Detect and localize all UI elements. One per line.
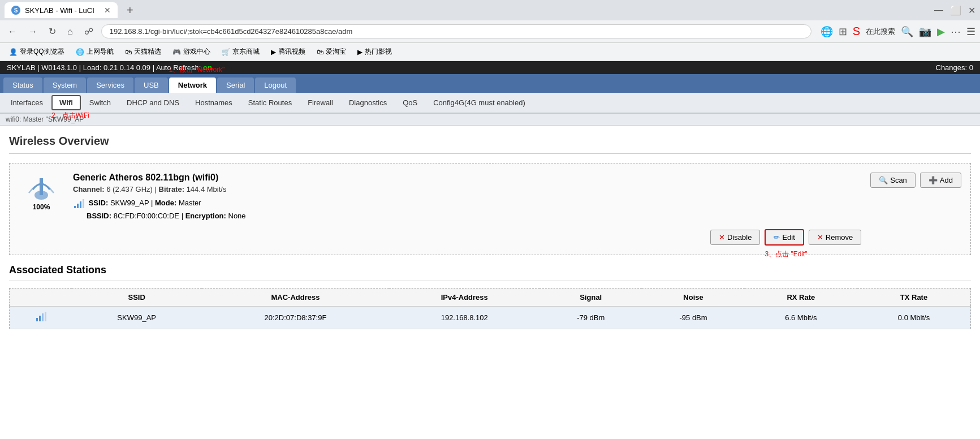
status-separator2: | [79,63,83,72]
bookmark-jd[interactable]: 🛒 京东商城 [217,45,264,58]
add-icon: ➕ [929,176,938,184]
stations-table: SSID MAC-Address IPv4-Address Signal Noi… [9,288,971,329]
device-detail: Channel: 6 (2.437 GHz) | Bitrate: 144.4 … [73,185,861,193]
row-ssid: SKW99_AP [72,307,202,329]
load-label: Load: [83,63,102,72]
col-rx: RX Rate [745,289,857,307]
bookmark-tencent[interactable]: ▶ 腾讯视频 [266,45,310,58]
sub-tab-config4g[interactable]: Config4G(4G must enabled) [426,96,533,110]
search-s-icon[interactable]: S [853,25,860,38]
sub-tab-hostnames[interactable]: Hostnames [188,96,240,110]
svg-rect-8 [42,313,44,321]
wireless-overview-title: Wireless Overview [9,135,971,154]
bookmark-taobao[interactable]: 🛍 爱淘宝 [312,45,351,58]
bookmark-game[interactable]: 🎮 游戏中心 [168,45,215,58]
row-tx: 0.0 Mbit/s [857,307,971,329]
sub-tab-diagnostics[interactable]: Diagnostics [342,96,394,110]
sub-tab-static-routes[interactable]: Static Routes [241,96,299,110]
bookmark-qq-icon: 👤 [9,48,18,56]
nav-tab-serial[interactable]: Serial [217,78,254,93]
changes-badge: Changes: 0 [936,63,974,72]
wireless-card: 100% Generic Atheros 802.11bgn (wifi0) C… [9,163,971,255]
nav-tab-network[interactable]: Network [169,78,216,93]
auto-refresh-value: on [203,63,212,72]
add-button[interactable]: ➕ Add [920,173,961,188]
sub-tab-qos[interactable]: QoS [395,96,425,110]
nav-tab-services[interactable]: Services [87,78,133,93]
menu-lines-icon[interactable]: ☰ [966,25,975,38]
main-nav: Status System Services USB Network 1、点击 … [0,74,980,93]
edit-button[interactable]: ✏ Edit [765,229,804,246]
breadcrumb-text: wifi0: Master "SKW99_AP" [6,115,87,123]
new-tab-button[interactable]: + [122,4,138,17]
bookmark-nav[interactable]: 🌐 上网导航 [71,45,118,58]
menu-icon[interactable]: ⋯ [951,25,961,38]
tab-close-button[interactable]: ✕ [104,6,111,15]
home-button[interactable]: ⌂ [64,24,76,39]
signal-bars-icon [73,198,84,209]
mode-label: Mode: [155,199,176,207]
device-info: Generic Atheros 802.11bgn (wifi0) Channe… [73,173,861,246]
row-rx: 6.6 Mbit/s [745,307,857,329]
svg-rect-1 [40,178,43,195]
bookmark-tmall[interactable]: 🛍 天猫精选 [120,45,166,58]
col-ipv4: IPv4-Address [389,289,539,307]
bookmark-movies[interactable]: ▶ 热门影视 [353,45,396,58]
bookmark-tmall-icon: 🛍 [125,48,132,56]
bookmark-qq-label: 登录QQ浏览器 [20,47,64,57]
browser-toolbar: ← → ↻ ⌂ ☍ 192.168.8.1/cgi-bin/luci/;stok… [0,20,980,43]
bookmark-qq[interactable]: 👤 登录QQ浏览器 [5,45,69,58]
browser-icon[interactable]: 🌐 [821,25,833,38]
hostname: SKYLAB [7,63,36,72]
sub-tab-dhcp[interactable]: DHCP and DNS [119,96,187,110]
disable-label: Disable [727,233,752,242]
nav-tab-status[interactable]: Status [3,78,42,93]
edit-icon: ✏ [774,233,780,242]
sub-tab-wifi[interactable]: Wifi [51,95,81,110]
sub-tab-firewall[interactable]: Firewall [300,96,340,110]
sub-tab-switch[interactable]: Switch [82,96,118,110]
minimize-button[interactable]: — [934,5,943,16]
bookmark-button[interactable]: ☍ [81,24,97,39]
disable-button[interactable]: ✕ Disable [710,230,760,245]
remove-button[interactable]: ✕ Remove [809,230,861,245]
reload-button[interactable]: ↻ [45,24,59,39]
scan-button[interactable]: 🔍 Scan [870,173,916,188]
add-label: Add [940,176,953,184]
channel-label: Channel: [73,185,105,193]
nav-tab-system[interactable]: System [44,78,86,93]
close-window-button[interactable]: ✕ [968,5,975,16]
channel-value: 6 (2.437 GHz) | [106,185,158,193]
url-text: 192.168.8.1/cgi-bin/luci/;stok=cb4c661d5… [110,27,803,36]
card-actions-top: 🔍 Scan ➕ Add [870,173,961,188]
search-magnifier-icon[interactable]: 🔍 [901,25,913,38]
col-icon [10,289,72,307]
mode-value: Master [179,199,201,207]
status-bar: SKYLAB | W0143.1.0 | Load: 0.21 0.14 0.0… [0,61,980,74]
forward-button[interactable]: → [25,24,41,39]
wifi-antenna-icon [24,173,58,201]
grid-icon[interactable]: ⊞ [839,25,847,38]
edit-label: Edit [782,233,795,242]
version: W0143.1.0 [41,63,77,72]
nav-tab-usb[interactable]: USB [135,78,168,93]
bookmarks-bar: 👤 登录QQ浏览器 🌐 上网导航 🛍 天猫精选 🎮 游戏中心 🛒 京东商城 ▶ … [0,43,980,61]
svg-rect-5 [83,199,84,208]
browser-tab[interactable]: S SKYLAB - Wifi - LuCI ✕ [5,2,118,18]
maximize-button[interactable]: ⬜ [950,5,961,16]
back-button[interactable]: ← [5,24,20,39]
play-icon[interactable]: ▶ [937,25,945,38]
row-mac: 20:2D:07:D8:37:9F [202,307,390,329]
address-bar[interactable]: 192.168.8.1/cgi-bin/luci/;stok=cb4c661d5… [101,24,811,38]
bookmark-tencent-icon: ▶ [271,48,276,56]
sub-tab-interfaces[interactable]: Interfaces [3,96,50,110]
nav-tab-logout[interactable]: Logout [255,78,296,93]
bookmark-nav-icon: 🌐 [76,48,84,56]
disable-icon: ✕ [719,233,725,242]
bookmark-jd-icon: 🛒 [222,48,230,56]
camera-icon[interactable]: 📷 [919,25,931,38]
card-actions-bottom: ✕ Disable ✏ Edit 3、点击 "Edit" ✕ Remove [73,229,861,246]
bssid-row: BSSID: 8C:FD:F0:00:C0:DE | Encryption: N… [73,212,861,220]
browser-titlebar: S SKYLAB - Wifi - LuCI ✕ + — ⬜ ✕ [0,0,980,20]
row-signal-icon [35,311,46,322]
